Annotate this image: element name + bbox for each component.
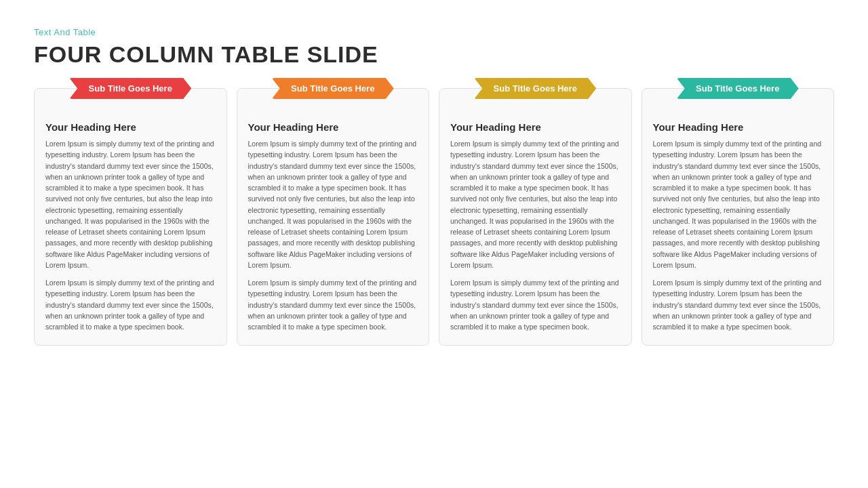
heading-2: Your Heading Here bbox=[248, 121, 418, 133]
slide-label: Text And Table bbox=[34, 27, 834, 37]
body-4: Lorem Ipsum is simply dummy text of the … bbox=[653, 138, 823, 333]
para1-col3: Lorem Ipsum is simply dummy text of the … bbox=[450, 138, 620, 270]
body-1: Lorem Ipsum is simply dummy text of the … bbox=[45, 138, 216, 333]
body-3: Lorem Ipsum is simply dummy text of the … bbox=[450, 138, 620, 333]
para2-col3: Lorem Ipsum is simply dummy text of the … bbox=[450, 277, 620, 332]
para2-col1: Lorem Ipsum is simply dummy text of the … bbox=[45, 277, 216, 332]
slide-title: FOUR COLUMN TABLE SLIDE bbox=[34, 41, 834, 68]
heading-4: Your Heading Here bbox=[653, 121, 823, 133]
column-1: Sub Title Goes Here Your Heading Here Lo… bbox=[34, 88, 227, 346]
para2-col4: Lorem Ipsum is simply dummy text of the … bbox=[653, 277, 823, 332]
badge-2: Sub Title Goes Here bbox=[272, 78, 394, 99]
column-2: Sub Title Goes Here Your Heading Here Lo… bbox=[237, 88, 430, 346]
badge-1: Sub Title Goes Here bbox=[69, 78, 191, 99]
heading-1: Your Heading Here bbox=[45, 121, 216, 133]
badge-4: Sub Title Goes Here bbox=[677, 78, 799, 99]
badge-3: Sub Title Goes Here bbox=[474, 78, 596, 99]
slide: Text And Table FOUR COLUMN TABLE SLIDE S… bbox=[0, 0, 868, 488]
para1-col2: Lorem Ipsum is simply dummy text of the … bbox=[248, 138, 418, 270]
para2-col2: Lorem Ipsum is simply dummy text of the … bbox=[248, 277, 418, 332]
body-2: Lorem Ipsum is simply dummy text of the … bbox=[248, 138, 418, 333]
heading-3: Your Heading Here bbox=[450, 121, 620, 133]
para1-col1: Lorem Ipsum is simply dummy text of the … bbox=[45, 138, 216, 270]
column-3: Sub Title Goes Here Your Heading Here Lo… bbox=[439, 88, 632, 346]
columns-wrapper: Sub Title Goes Here Your Heading Here Lo… bbox=[34, 88, 834, 346]
para1-col4: Lorem Ipsum is simply dummy text of the … bbox=[653, 138, 823, 270]
column-4: Sub Title Goes Here Your Heading Here Lo… bbox=[642, 88, 835, 346]
